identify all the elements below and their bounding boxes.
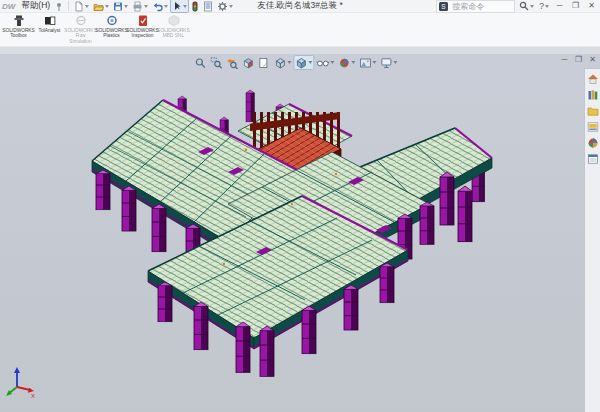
open-button[interactable] [91,0,111,13]
pushpin-icon[interactable] [55,2,63,11]
dropdown-caret [164,5,168,8]
ribbon-button-solidworks-toolbox[interactable]: SOLIDWORKS Toolbox [3,13,34,39]
apply-scene-button[interactable] [357,55,378,70]
new-button[interactable] [72,0,91,13]
solidworks-window: DW 帮助(H) [0,0,600,412]
view-palette-tab[interactable] [586,120,599,133]
view-orientation-button[interactable] [272,55,293,70]
tolanalyst-icon [43,15,57,27]
title-bar: DW 帮助(H) [0,0,600,13]
doc-close-button[interactable]: ✕ [588,54,597,65]
dropdown-caret [372,61,376,64]
task-pane [584,68,600,412]
graphics-area[interactable]: ─ ❐ ✕ X [0,54,600,412]
ribbon-button-flow-simulation[interactable]: SOLIDWORKS Flow Simulation [65,13,96,44]
section-view-button[interactable] [240,55,256,70]
ribbon-button-plastics[interactable]: SOLIDWORKS Plastics [96,13,127,39]
ribbon-button-mbd-snl[interactable]: SOLIDWORKS MBD SNL [158,13,189,39]
search-button[interactable] [518,1,535,11]
view-settings-button[interactable] [378,55,399,70]
document-title: 友佳.欧尚名城3#总装 * [257,0,343,12]
solidworks-resources-tab[interactable] [586,72,599,85]
doc-restore-button[interactable]: ❐ [574,54,583,65]
undo-button[interactable] [150,0,170,13]
inspection-icon [136,15,150,27]
mbd-icon [167,15,181,27]
orientation-triad: X [3,365,37,399]
document-window-controls: ─ ❐ ✕ [560,54,597,65]
design-library-tab[interactable] [586,88,599,101]
dropdown-caret [330,61,334,64]
menu-help[interactable]: 帮助(H) [18,0,53,12]
rebuild-button[interactable] [189,0,201,13]
dropdown-caret [105,5,109,8]
options-button[interactable] [215,0,235,13]
print-button[interactable] [130,0,150,13]
dropdown-caret [183,5,187,8]
flow-simulation-icon [74,15,88,27]
triad-x-label: X [31,393,35,399]
select-button[interactable] [170,0,189,13]
main-content: ─ ❐ ✕ X [0,54,600,412]
search-scope-icon[interactable]: S [439,2,448,11]
previous-view-button[interactable] [224,55,240,70]
zoom-to-area-button[interactable] [208,55,224,70]
heads-up-view-toolbar [192,55,399,70]
dropdown-caret [530,5,534,8]
quick-access-toolbar [72,0,235,13]
commandmanager-tab-strip[interactable] [0,46,600,54]
dropdown-caret [287,61,291,64]
ribbon-button-tolanalyst[interactable]: TolAnalyst [34,13,65,33]
search-box: S [436,0,515,13]
dropdown-caret [229,5,233,8]
dropdown-caret [144,5,148,8]
dropdown-caret [85,5,89,8]
plastics-icon [105,15,119,27]
search-input[interactable] [450,1,512,12]
file-explorer-tab[interactable] [586,104,599,117]
titlebar-right-group: S ? ─ ❐ ✕ [436,0,600,13]
annotation-views-button[interactable] [256,55,272,70]
svg-text:S: S [442,3,447,10]
display-style-button[interactable] [293,55,314,70]
save-button[interactable] [111,0,130,13]
dropdown-caret [308,61,312,64]
file-properties-button[interactable] [201,0,215,13]
custom-properties-tab[interactable] [586,152,599,165]
zoom-to-fit-button[interactable] [192,55,208,70]
dropdown-caret [351,61,355,64]
help-button[interactable]: ? [538,1,550,11]
ribbon-toolbar: SOLIDWORKS Toolbox TolAnalyst SOLIDWORKS… [0,13,600,46]
dropdown-caret [393,61,397,64]
restore-button[interactable]: ❐ [569,0,582,12]
separator [68,1,69,11]
doc-minimize-button[interactable]: ─ [560,54,569,65]
appearances-scenes-tab[interactable] [586,136,599,149]
edit-appearance-button[interactable] [336,55,357,70]
ribbon-button-inspection[interactable]: SOLIDWORKS Inspection [127,13,158,39]
hide-show-items-button[interactable] [314,55,336,70]
dropdown-caret [545,5,549,8]
close-button[interactable]: ✕ [585,0,598,12]
dropdown-caret [124,5,128,8]
assembly-model[interactable] [0,54,584,412]
toolbox-icon [12,15,26,27]
solidworks-logo-fragment: DW [2,2,15,11]
minimize-button[interactable]: ─ [553,0,566,12]
